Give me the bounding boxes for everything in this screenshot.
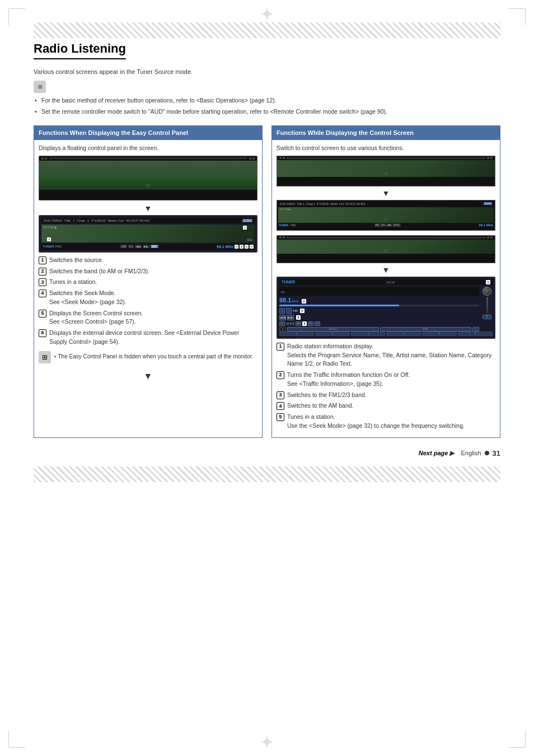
easy-panel-note-row: ⊞ • The Easy Control Panel is hidden whe… — [39, 351, 257, 366]
num-badge-1: 1 — [39, 256, 46, 264]
tuner-knob[interactable] — [483, 287, 491, 296]
arrow-down-right-2 — [277, 265, 495, 274]
rcp-header: DVD VIDEO Title 1 Chap 1 P 0:00:05 Mode:… — [278, 202, 494, 206]
rcp-fm1: FM1 — [291, 223, 296, 227]
tuner-panel-header: TUNER 10:10 1 — [279, 279, 493, 285]
lang-label: English — [461, 450, 481, 456]
bottom-down-arrow: ▼ — [39, 371, 257, 381]
cp-freq-display: 98.1 MHz — [217, 245, 233, 249]
tuner-am-btn[interactable]: AM — [296, 321, 301, 326]
tuner-info-btn[interactable]: i — [286, 308, 292, 314]
tuner-badge-4: 4 — [302, 321, 307, 326]
cp-fm-btn[interactable]: F1 — [128, 245, 134, 248]
tuner-auto1-btn[interactable]: AUTO1 — [287, 327, 379, 332]
right-col-desc: Switch to control screen to use various … — [277, 144, 495, 151]
cp-title-label: Title — [64, 219, 71, 222]
right-control-panel: DVD VIDEO Title 1 Chap 1 P 0:00:05 Mode:… — [277, 200, 495, 231]
rcp-time2: P 0:00:05 — [317, 202, 329, 206]
right-column-body: Switch to control screen to use various … — [272, 140, 500, 437]
cp-chap-label: Chap — [77, 219, 85, 222]
tuner-loud-btn[interactable]: L — [472, 327, 479, 332]
two-column-section: Functions When Displaying the Easy Contr… — [34, 125, 500, 438]
rcp-video: EXT SW ▶ ☞ — [278, 207, 494, 223]
tuner-freq-number: 98.1 — [279, 297, 291, 304]
rcp-hand: ☞ — [384, 217, 388, 222]
r-num-badge-5: 5 — [277, 413, 284, 421]
rcp-tuner: TUNER — [279, 223, 288, 227]
right-list-item-4: 4 Switches to the AM band. — [277, 402, 495, 410]
right-column: Functions While Displaying the Control S… — [271, 125, 500, 438]
tuner-preset-6[interactable]: 6 — [458, 332, 493, 336]
tuner-lo-btn[interactable]: LO — [315, 321, 320, 326]
rcp-fm2[interactable]: FM — [381, 223, 386, 227]
r2-dot-3 — [487, 236, 489, 239]
cp-title-num: 1 — [73, 219, 74, 222]
tuner-eos-btn[interactable]: EOS — [380, 327, 472, 332]
num-badge-6: 6 — [39, 329, 46, 337]
tuner-preset-4[interactable]: 4 — [386, 332, 421, 336]
tuner-badge-5: 5 — [296, 315, 301, 320]
cp-seek-btn[interactable]: ◀◀ — [135, 245, 142, 248]
tuner-panel: TUNER 10:10 1 PS 98. — [277, 277, 495, 339]
tuner-preset-5[interactable]: 5 — [422, 332, 457, 336]
rcp-am2[interactable]: AM — [374, 223, 380, 227]
tuner-bottom-auto-row: ▾ AUTO1 EOS L — [279, 327, 479, 332]
tuner-prev-btn[interactable]: ◀◀ — [279, 315, 286, 320]
tuner-traffic-btn[interactable]: T — [279, 308, 285, 314]
right-column-header: Functions While Displaying the Control S… — [272, 126, 500, 140]
r-num-badge-3: 3 — [277, 391, 284, 399]
bar-dot-3 — [249, 157, 251, 160]
page-number: 31 — [493, 449, 500, 458]
cp-time: P 0:00:05 — [91, 219, 106, 222]
badge-1: 1 — [243, 226, 247, 230]
right-screen-top-inner: ☞ — [277, 160, 495, 186]
bar-dot-1 — [41, 157, 44, 160]
tuner-left: PS 98.1 MHz 2 — [279, 287, 479, 332]
rcp-freq2: 98.1 MHz — [479, 223, 493, 227]
tuner-preset-3[interactable]: 3 — [351, 332, 386, 336]
r2-dot-2 — [283, 236, 285, 239]
tuner-slider[interactable] — [486, 297, 488, 314]
rcp-seek2[interactable]: SEEK — [392, 223, 401, 227]
cp-scrn-badge: SCRN — [242, 219, 252, 222]
rcp-bottom: TUNER FM1 AM FM ◀◀ SEEK 98.1 MHz — [278, 223, 494, 227]
tuner-progress — [279, 305, 479, 306]
r-num-badge-4: 4 — [277, 402, 284, 410]
tuner-badge-3: 3 — [300, 309, 305, 313]
tuner-preset-row: 1 2 3 4 5 6 — [279, 332, 493, 336]
next-page-label: Next page ▶ — [419, 450, 455, 457]
right-list-item-1: 1 Radio station information display.Sele… — [277, 342, 495, 368]
easy-panel-note-text: The Easy Control Panel is hidden when yo… — [58, 353, 254, 360]
r2-dot-1 — [279, 236, 282, 239]
rcp-skip-back[interactable]: ◀◀ — [386, 223, 392, 227]
note-item-2: Set the remote controller mode switch to… — [34, 108, 500, 116]
num-badge-2: 2 — [39, 268, 46, 276]
rcp-dvd: DVD VIDEO — [280, 202, 296, 206]
tuner-next-btn[interactable]: ▶▶ — [287, 315, 294, 320]
tuner-menu-btn[interactable]: ☰ — [483, 315, 491, 319]
cp-see-btn[interactable]: SEE — [151, 245, 158, 248]
intro-notes: For the basic method of receiver button … — [34, 96, 500, 116]
screen-video-area: ☞ — [39, 161, 257, 200]
rcp-mode2: Mode: Full — [330, 202, 343, 206]
left-list-item-2: 2 Switches the band (to AM or FM1/2/3). — [39, 267, 257, 276]
cp-chap-num: 1 — [87, 219, 89, 222]
rcp-chap: Chap 1 — [306, 202, 315, 206]
cp-video-area: EXT SW ▶ SEE 1 2 — [41, 225, 255, 242]
r-num-badge-2: 2 — [277, 371, 284, 379]
right-list-item-3: 3 Switches to the FM1/2/3 band. — [277, 391, 495, 400]
left-column-body: Displays a floating control panel in the… — [34, 140, 262, 386]
deco-bar-top — [34, 22, 500, 38]
tuner-vol-btn[interactable]: ▾ — [279, 327, 286, 332]
tuner-mode-btn[interactable]: M — [279, 321, 285, 326]
cp-tuner-label: TUNER — [43, 245, 54, 248]
tuner-preset-1[interactable]: 1 — [279, 332, 314, 336]
cp-am-btn[interactable]: AM — [120, 245, 127, 248]
cp-dvd-label: DVD VIDEO — [44, 219, 62, 222]
cp-seek-fwd-btn[interactable]: ▶▶ — [143, 245, 149, 248]
tuner-preset-2[interactable]: 2 — [315, 332, 350, 336]
next-page-arrow: ▶ — [449, 450, 454, 456]
cp-mode: Mode: Full — [108, 219, 124, 222]
tuner-seek-btn2[interactable]: SK — [308, 321, 313, 326]
cp-bottom-row: TUNER FM1 AM F1 ◀◀ ▶▶ SEE 98.1 MHz 3 4 — [41, 244, 255, 250]
